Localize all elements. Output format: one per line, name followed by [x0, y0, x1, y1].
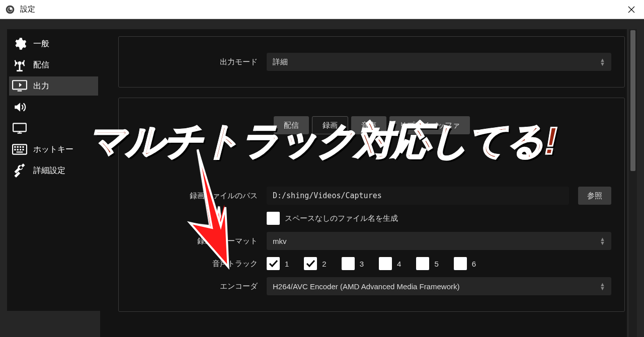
- svg-rect-20: [22, 149, 24, 150]
- audio-track-3-checkbox[interactable]: [342, 257, 355, 270]
- svg-rect-16: [22, 146, 24, 148]
- scroll-thumb[interactable]: [630, 30, 635, 171]
- sidebar-item-video[interactable]: [9, 119, 98, 138]
- select-arrows-icon: ▲▼: [600, 237, 605, 245]
- sidebar-item-advanced[interactable]: 詳細設定: [9, 161, 98, 180]
- tab-stream[interactable]: 配信: [274, 116, 309, 134]
- gear-icon: [12, 37, 27, 51]
- sidebar-item-label: ホットキー: [33, 144, 73, 155]
- output-tabs: 配信 録画 音声 リプレイバッファ: [132, 107, 611, 134]
- svg-point-4: [19, 62, 21, 64]
- audio-track-2: 2: [304, 257, 326, 270]
- video-icon: [12, 121, 27, 135]
- audio-track-2-checkbox[interactable]: [304, 257, 317, 270]
- audio-track-5: 5: [416, 257, 438, 270]
- recording-format-label: 録画フォーマット: [132, 236, 258, 246]
- titlebar: 設定: [0, 0, 644, 19]
- sidebar-item-general[interactable]: 一般: [9, 34, 98, 53]
- tab-audio[interactable]: 音声: [351, 116, 386, 134]
- tools-icon: [12, 163, 27, 178]
- tab-recording[interactable]: 録画: [312, 116, 348, 134]
- svg-rect-15: [20, 146, 21, 148]
- audio-track-1: 1: [267, 257, 289, 270]
- sidebar-item-audio[interactable]: [9, 98, 98, 117]
- sidebar-item-label: 詳細設定: [33, 165, 65, 176]
- no-space-filename-label: スペースなしのファイル名を生成: [285, 214, 398, 223]
- svg-rect-19: [20, 149, 21, 150]
- audio-track-6-checkbox[interactable]: [454, 257, 467, 270]
- sidebar-item-stream[interactable]: 配信: [9, 55, 98, 74]
- app-body: 一般 配信 出力: [0, 19, 644, 337]
- sidebar: 一般 配信 出力: [7, 29, 100, 311]
- select-arrows-icon: ▲▼: [600, 58, 605, 66]
- output-icon: [12, 79, 27, 93]
- audio-track-4: 4: [379, 257, 401, 270]
- close-button[interactable]: [619, 0, 644, 19]
- svg-rect-21: [17, 151, 23, 152]
- recording-section: 配信 録画 音声 リプレイバッファ 録画ファイルのパス D:/shing/Vid…: [118, 98, 625, 312]
- sidebar-item-label: 出力: [33, 81, 49, 92]
- main-area: 出力モード 詳細 ▲▼ 配信 録画 音声 リプレイバッファ 録画ファイ: [100, 29, 637, 337]
- svg-rect-17: [14, 149, 16, 150]
- sidebar-item-label: 一般: [33, 39, 49, 49]
- select-arrows-icon: ▲▼: [600, 282, 605, 290]
- audio-track-1-checkbox[interactable]: [267, 257, 280, 270]
- recording-format-select[interactable]: mkv ▲▼: [267, 232, 611, 250]
- svg-rect-18: [17, 149, 19, 150]
- svg-rect-13: [14, 146, 16, 148]
- output-mode-section: 出力モード 詳細 ▲▼: [118, 36, 625, 88]
- broadcast-icon: [12, 58, 27, 72]
- recording-path-label: 録画ファイルのパス: [132, 191, 258, 201]
- keyboard-icon: [12, 142, 27, 156]
- browse-button[interactable]: 参照: [578, 187, 611, 205]
- encoder-select[interactable]: H264/AVC Encoder (AMD Advanced Media Fra…: [267, 277, 611, 295]
- sidebar-item-hotkeys[interactable]: ホットキー: [9, 140, 98, 159]
- audio-track-group: 1 2 3: [267, 257, 485, 270]
- sidebar-item-label: 配信: [33, 60, 49, 70]
- svg-rect-8: [18, 91, 22, 92]
- window-title: 設定: [20, 5, 35, 14]
- no-space-filename-checkbox[interactable]: [267, 212, 280, 225]
- recording-path-input[interactable]: D:/shing/Videos/Captures: [267, 187, 569, 205]
- settings-panel: 出力モード 詳細 ▲▼ 配信 録画 音声 リプレイバッファ 録画ファイ: [100, 29, 627, 337]
- audio-track-3: 3: [342, 257, 364, 270]
- audio-track-6: 6: [454, 257, 476, 270]
- tab-replay-buffer[interactable]: リプレイバッファ: [389, 116, 470, 134]
- svg-rect-9: [13, 123, 26, 131]
- sidebar-item-output[interactable]: 出力: [9, 76, 98, 96]
- output-mode-label: 出力モード: [132, 57, 258, 67]
- svg-rect-14: [17, 146, 19, 148]
- output-mode-select[interactable]: 詳細 ▲▼: [267, 53, 611, 71]
- svg-rect-10: [18, 133, 22, 134]
- svg-point-3: [10, 7, 12, 10]
- audio-icon: [12, 100, 27, 114]
- scrollbar[interactable]: [629, 29, 637, 337]
- app-icon: [5, 5, 15, 15]
- audio-track-5-checkbox[interactable]: [416, 257, 429, 270]
- audio-track-label: 音声トラック: [132, 259, 258, 269]
- audio-track-4-checkbox[interactable]: [379, 257, 392, 270]
- output-mode-value: 詳細: [273, 57, 288, 67]
- encoder-label: エンコーダ: [132, 282, 258, 291]
